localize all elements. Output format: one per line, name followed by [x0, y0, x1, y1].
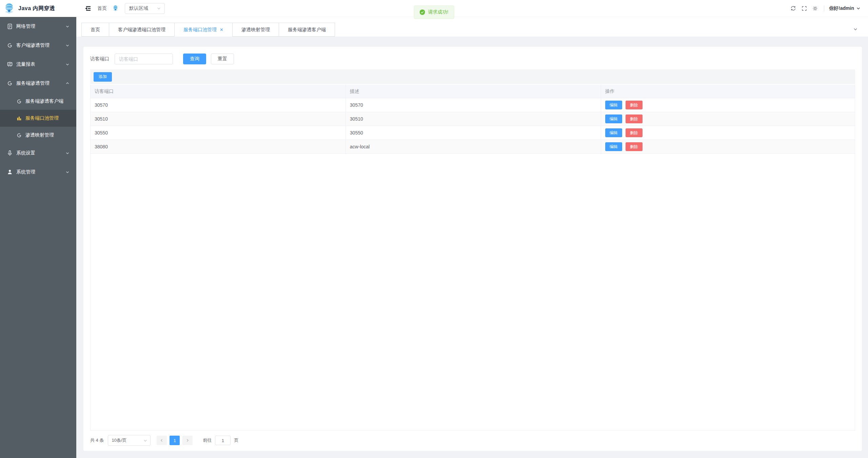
- cell-actions: 编辑 删除: [601, 126, 855, 140]
- content-card: 访客端口 查询 重置 添加 访客端口 描述 操作 30570 30570 编辑 …: [83, 47, 862, 451]
- document-icon: [7, 23, 13, 29]
- sidebar-item-label: 系统管理: [16, 169, 65, 175]
- cell-desc: acw-local: [346, 140, 601, 154]
- table-row: 30550 30550 编辑 删除: [91, 126, 855, 140]
- tab-label: 首页: [91, 27, 100, 33]
- goto-page-input[interactable]: [215, 436, 231, 445]
- sidebar-item-label: 服务端口池管理: [25, 115, 59, 121]
- tab-home[interactable]: 首页: [81, 23, 109, 37]
- sidebar-item-traffic-report[interactable]: 流量报表: [0, 55, 76, 74]
- refresh-icon[interactable]: [790, 5, 796, 11]
- close-icon[interactable]: [220, 28, 223, 32]
- cell-desc: 30510: [346, 112, 601, 126]
- search-field-label: 访客端口: [90, 56, 109, 62]
- fullscreen-icon[interactable]: [802, 6, 807, 11]
- sidebar-item-server-penetration[interactable]: 服务端渗透管理: [0, 74, 76, 93]
- table-header-row: 访客端口 描述 操作: [91, 85, 855, 98]
- sidebar-fold-icon[interactable]: [84, 5, 91, 12]
- header-divider: [824, 5, 824, 12]
- app-title: Java 内网穿透: [18, 5, 55, 12]
- delete-button[interactable]: 删除: [626, 114, 643, 123]
- page-unit-label: 页: [234, 437, 238, 443]
- tab-penetration-mapping[interactable]: 渗透映射管理: [232, 23, 279, 37]
- tab-server-penetration-client[interactable]: 服务端渗透客户端: [279, 23, 335, 37]
- edit-button[interactable]: 编辑: [605, 128, 622, 137]
- chevron-down-icon: [856, 6, 861, 11]
- brand-mini-icon: [112, 5, 119, 12]
- pagination: 共 4 条 10条/页 1 前往 页: [90, 435, 855, 446]
- next-page-button[interactable]: [182, 436, 193, 445]
- sidebar-item-label: 服务端渗透客户端: [25, 98, 63, 104]
- region-select[interactable]: 默认区域: [125, 3, 165, 14]
- query-button[interactable]: 查询: [183, 54, 206, 64]
- app-logo-icon: [3, 3, 15, 14]
- sidebar-item-server-penetration-client[interactable]: 服务端渗透客户端: [0, 93, 76, 110]
- add-button[interactable]: 添加: [94, 72, 112, 82]
- sidebar-item-penetration-mapping[interactable]: 渗透映射管理: [0, 127, 76, 144]
- sidebar-item-server-port-pool[interactable]: 服务端口池管理: [0, 110, 76, 127]
- page-number-current[interactable]: 1: [170, 436, 180, 445]
- sidebar-item-label: 网络管理: [16, 23, 65, 29]
- data-table: 访客端口 描述 操作 30570 30570 编辑 删除 30510 30510…: [90, 85, 855, 431]
- region-select-value: 默认区域: [129, 5, 157, 12]
- main-content: 访客端口 查询 重置 添加 访客端口 描述 操作 30570 30570 编辑 …: [76, 37, 868, 458]
- header-actions: 你好!admin: [785, 5, 861, 12]
- bar-chart-icon: [16, 116, 22, 121]
- sidebar-item-label: 客户端渗透管理: [16, 42, 65, 48]
- search-form: 访客端口 查询 重置: [90, 54, 855, 64]
- link-icon: [7, 80, 13, 86]
- cell-actions: 编辑 删除: [601, 112, 855, 126]
- microphone-icon: [7, 150, 13, 156]
- toast-message: 请求成功!: [428, 9, 449, 15]
- tab-server-port-pool[interactable]: 服务端口池管理: [174, 23, 233, 37]
- page-size-value: 10条/页: [112, 437, 143, 443]
- pagination-total: 共 4 条: [90, 437, 104, 443]
- page-size-select[interactable]: 10条/页: [108, 435, 151, 446]
- table-row: 30570 30570 编辑 删除: [91, 98, 855, 112]
- chevron-down-icon: [65, 43, 70, 47]
- tab-label: 渗透映射管理: [241, 27, 270, 33]
- sidebar-item-system-settings[interactable]: 系统设置: [0, 144, 76, 163]
- search-input[interactable]: [115, 54, 173, 64]
- edit-button[interactable]: 编辑: [605, 142, 622, 151]
- link-icon: [16, 99, 22, 104]
- link-icon: [7, 42, 13, 48]
- table-row: 38080 acw-local 编辑 删除: [91, 140, 855, 154]
- edit-button[interactable]: 编辑: [605, 101, 622, 109]
- theme-settings-icon[interactable]: [812, 6, 818, 11]
- sidebar-item-system-management[interactable]: 系统管理: [0, 163, 76, 182]
- sidebar-item-label: 服务端渗透管理: [16, 80, 65, 86]
- sidebar-item-network-management[interactable]: 网络管理: [0, 17, 76, 36]
- breadcrumb[interactable]: 首页: [97, 5, 107, 12]
- user-greeting: 你好!admin: [829, 5, 854, 12]
- chevron-down-icon: [143, 438, 147, 443]
- cell-desc: 30570: [346, 98, 601, 112]
- tab-label: 服务端渗透客户端: [288, 27, 326, 33]
- edit-button[interactable]: 编辑: [605, 114, 622, 123]
- sidebar-item-label: 渗透映射管理: [25, 132, 54, 138]
- user-menu[interactable]: 你好!admin: [829, 5, 861, 12]
- success-check-icon: [420, 9, 425, 15]
- chevron-down-icon: [65, 151, 70, 155]
- reset-button[interactable]: 重置: [211, 54, 234, 64]
- delete-button[interactable]: 删除: [626, 101, 643, 109]
- cell-port: 38080: [91, 140, 346, 154]
- delete-button[interactable]: 删除: [626, 128, 643, 137]
- link-icon: [16, 132, 22, 138]
- tab-client-port-pool[interactable]: 客户端渗透端口池管理: [109, 23, 175, 37]
- cell-desc: 30550: [346, 126, 601, 140]
- column-header-port: 访客端口: [91, 85, 346, 98]
- sidebar-menu: 网络管理 客户端渗透管理 流量报表 服务端渗透管理 服务端渗透客户端 服务端口池…: [0, 17, 76, 182]
- goto-label: 前往: [203, 437, 212, 443]
- tab-actions-dropdown-icon[interactable]: [853, 27, 858, 32]
- prev-page-button[interactable]: [157, 436, 167, 445]
- cell-port: 30510: [91, 112, 346, 126]
- chevron-left-icon: [160, 438, 164, 442]
- sidebar-item-label: 系统设置: [16, 150, 65, 156]
- sidebar-item-label: 流量报表: [16, 61, 65, 67]
- chevron-down-icon: [65, 62, 70, 66]
- table-toolbar: 添加: [90, 69, 855, 84]
- sidebar-item-client-penetration[interactable]: 客户端渗透管理: [0, 36, 76, 55]
- delete-button[interactable]: 删除: [626, 142, 643, 151]
- table-row: 30510 30510 编辑 删除: [91, 112, 855, 126]
